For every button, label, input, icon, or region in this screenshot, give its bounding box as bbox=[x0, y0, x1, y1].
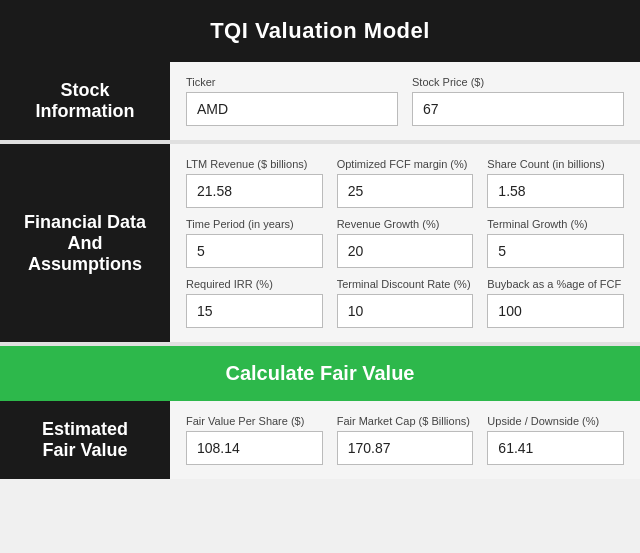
ltm-revenue-input[interactable] bbox=[186, 174, 323, 208]
revenue-growth-label: Revenue Growth (%) bbox=[337, 218, 474, 230]
terminal-discount-input[interactable] bbox=[337, 294, 474, 328]
calculate-button-row: Calculate Fair Value bbox=[0, 346, 640, 401]
buyback-group: Buyback as a %age of FCF bbox=[487, 278, 624, 328]
fair-value-per-share-label: Fair Value Per Share ($) bbox=[186, 415, 323, 427]
stock-price-label: Stock Price ($) bbox=[412, 76, 624, 88]
ticker-group: Ticker bbox=[186, 76, 398, 126]
financial-section-label: Financial DataAndAssumptions bbox=[0, 144, 170, 342]
buyback-label: Buyback as a %age of FCF bbox=[487, 278, 624, 290]
ticker-input[interactable] bbox=[186, 92, 398, 126]
revenue-growth-input[interactable] bbox=[337, 234, 474, 268]
buyback-input[interactable] bbox=[487, 294, 624, 328]
upside-downside-label: Upside / Downside (%) bbox=[487, 415, 624, 427]
ltm-revenue-group: LTM Revenue ($ billions) bbox=[186, 158, 323, 208]
results-section: EstimatedFair Value Fair Value Per Share… bbox=[0, 401, 640, 479]
upside-downside-input[interactable] bbox=[487, 431, 624, 465]
time-period-group: Time Period (in years) bbox=[186, 218, 323, 268]
results-fields-row: Fair Value Per Share ($) Fair Market Cap… bbox=[186, 415, 624, 465]
fcf-margin-label: Optimized FCF margin (%) bbox=[337, 158, 474, 170]
calculate-button[interactable]: Calculate Fair Value bbox=[0, 362, 640, 385]
required-irr-input[interactable] bbox=[186, 294, 323, 328]
stock-price-group: Stock Price ($) bbox=[412, 76, 624, 126]
ltm-revenue-label: LTM Revenue ($ billions) bbox=[186, 158, 323, 170]
results-section-content: Fair Value Per Share ($) Fair Market Cap… bbox=[170, 401, 640, 479]
terminal-discount-group: Terminal Discount Rate (%) bbox=[337, 278, 474, 328]
upside-downside-group: Upside / Downside (%) bbox=[487, 415, 624, 465]
financial-section: Financial DataAndAssumptions LTM Revenue… bbox=[0, 144, 640, 346]
fcf-margin-input[interactable] bbox=[337, 174, 474, 208]
required-irr-label: Required IRR (%) bbox=[186, 278, 323, 290]
financial-row-2: Time Period (in years) Revenue Growth (%… bbox=[186, 218, 624, 268]
fair-market-cap-label: Fair Market Cap ($ Billions) bbox=[337, 415, 474, 427]
stock-section-content: Ticker Stock Price ($) bbox=[170, 62, 640, 140]
financial-section-content: LTM Revenue ($ billions) Optimized FCF m… bbox=[170, 144, 640, 342]
time-period-label: Time Period (in years) bbox=[186, 218, 323, 230]
time-period-input[interactable] bbox=[186, 234, 323, 268]
share-count-group: Share Count (in billions) bbox=[487, 158, 624, 208]
ticker-label: Ticker bbox=[186, 76, 398, 88]
fair-market-cap-group: Fair Market Cap ($ Billions) bbox=[337, 415, 474, 465]
fair-value-per-share-input[interactable] bbox=[186, 431, 323, 465]
financial-row-3: Required IRR (%) Terminal Discount Rate … bbox=[186, 278, 624, 328]
terminal-growth-input[interactable] bbox=[487, 234, 624, 268]
fair-market-cap-input[interactable] bbox=[337, 431, 474, 465]
stock-price-input[interactable] bbox=[412, 92, 624, 126]
terminal-growth-group: Terminal Growth (%) bbox=[487, 218, 624, 268]
share-count-input[interactable] bbox=[487, 174, 624, 208]
fcf-margin-group: Optimized FCF margin (%) bbox=[337, 158, 474, 208]
stock-section: StockInformation Ticker Stock Price ($) bbox=[0, 62, 640, 144]
stock-fields-row: Ticker Stock Price ($) bbox=[186, 76, 624, 126]
required-irr-group: Required IRR (%) bbox=[186, 278, 323, 328]
page-title: TQI Valuation Model bbox=[0, 0, 640, 62]
fair-value-per-share-group: Fair Value Per Share ($) bbox=[186, 415, 323, 465]
terminal-growth-label: Terminal Growth (%) bbox=[487, 218, 624, 230]
revenue-growth-group: Revenue Growth (%) bbox=[337, 218, 474, 268]
stock-section-label: StockInformation bbox=[0, 62, 170, 140]
results-section-label: EstimatedFair Value bbox=[0, 401, 170, 479]
financial-row-1: LTM Revenue ($ billions) Optimized FCF m… bbox=[186, 158, 624, 208]
share-count-label: Share Count (in billions) bbox=[487, 158, 624, 170]
terminal-discount-label: Terminal Discount Rate (%) bbox=[337, 278, 474, 290]
